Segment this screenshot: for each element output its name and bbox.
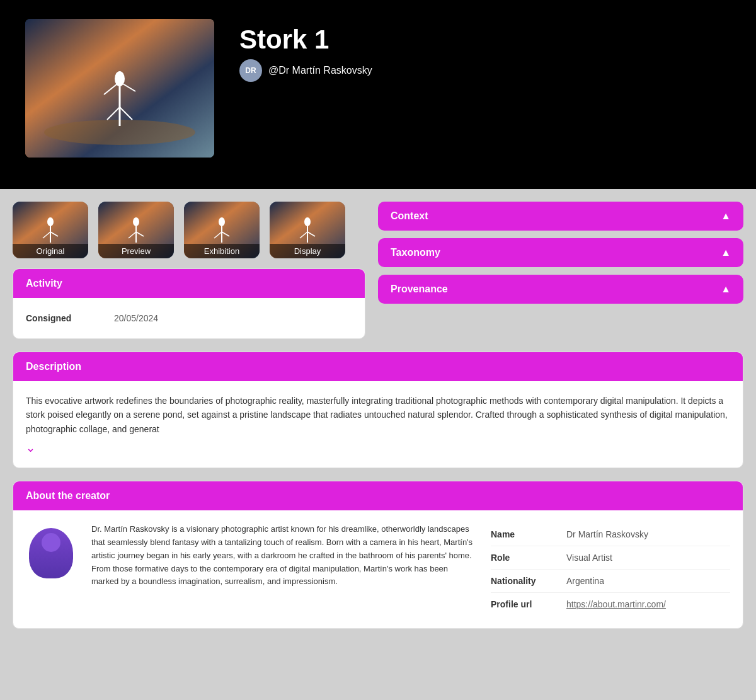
activity-header: Activity [13, 269, 365, 298]
creator-avatar-image [29, 528, 73, 578]
creator-panel: About the creator Dr. Martín Raskovsky i… [13, 481, 743, 629]
svg-point-25 [304, 217, 311, 226]
creator-avatar-container [26, 523, 76, 580]
two-col-section: Original Preview [13, 202, 743, 339]
detail-label-profile: Profile url [491, 599, 554, 609]
activity-content: Consigned 20/05/2024 [13, 298, 365, 338]
author-handle: @Dr Martín Raskovsky [268, 65, 372, 76]
thumbnail-original-label: Original [13, 244, 88, 258]
taxonomy-accordion-header[interactable]: Taxonomy ▲ [378, 238, 743, 267]
creator-detail-nationality: Nationality Argentina [491, 570, 730, 593]
description-header: Description [13, 352, 743, 381]
creator-detail-role: Role Visual Artist [491, 546, 730, 570]
artwork-title: Stork 1 [239, 25, 372, 54]
detail-value-profile[interactable]: https://about.martinr.com/ [566, 599, 666, 609]
provenance-title: Provenance [391, 284, 448, 295]
thumbnail-display-label: Display [270, 244, 345, 258]
main-content: Original Preview [0, 189, 756, 641]
right-column: Context ▲ Taxonomy ▲ Provenance ▲ [378, 202, 743, 339]
thumbnail-preview[interactable]: Preview [98, 202, 174, 258]
description-panel: Description This evocative artwork redef… [13, 352, 743, 468]
svg-point-20 [219, 217, 225, 226]
context-title: Context [391, 210, 428, 222]
thumbnail-exhibition-label: Exhibition [184, 244, 260, 258]
provenance-accordion-header[interactable]: Provenance ▲ [378, 275, 743, 304]
creator-detail-profile: Profile url https://about.martinr.com/ [491, 593, 730, 616]
detail-value-nationality: Argentina [566, 576, 604, 586]
taxonomy-chevron-icon: ▲ [721, 247, 731, 258]
author-row: DR @Dr Martín Raskovsky [239, 59, 372, 82]
context-accordion[interactable]: Context ▲ [378, 202, 743, 231]
artwork-main-image [25, 19, 214, 158]
author-avatar: DR [239, 59, 262, 82]
taxonomy-accordion[interactable]: Taxonomy ▲ [378, 238, 743, 267]
taxonomy-title: Taxonomy [391, 247, 440, 258]
description-text: This evocative artwork redefines the bou… [26, 394, 730, 436]
description-content: This evocative artwork redefines the bou… [13, 381, 743, 468]
thumbnail-row: Original Preview [13, 202, 365, 258]
creator-details: Name Dr Martín Raskovsky Role Visual Art… [491, 523, 730, 616]
detail-label-name: Name [491, 529, 554, 539]
page-header: Stork 1 DR @Dr Martín Raskovsky [0, 0, 756, 189]
left-column: Original Preview [13, 202, 365, 339]
context-chevron-icon: ▲ [721, 210, 731, 222]
creator-bio: Dr. Martín Raskovsky is a visionary phot… [91, 523, 476, 616]
creator-header: About the creator [13, 481, 743, 510]
creator-content: Dr. Martín Raskovsky is a visionary phot… [13, 510, 743, 628]
thumbnail-exhibition[interactable]: Exhibition [184, 202, 260, 258]
provenance-chevron-icon: ▲ [721, 284, 731, 295]
artwork-info: Stork 1 DR @Dr Martín Raskovsky [239, 19, 372, 82]
activity-label-consigned: Consigned [26, 313, 89, 323]
svg-point-15 [133, 217, 139, 226]
detail-label-nationality: Nationality [491, 576, 554, 586]
thumbnail-original[interactable]: Original [13, 202, 88, 258]
context-accordion-header[interactable]: Context ▲ [378, 202, 743, 231]
description-title: Description [26, 361, 81, 372]
thumbnail-display[interactable]: Display [270, 202, 345, 258]
activity-value-consigned: 20/05/2024 [114, 313, 158, 323]
activity-title: Activity [26, 278, 62, 289]
activity-row-consigned: Consigned 20/05/2024 [26, 308, 352, 328]
expand-description-button[interactable]: ⌄ [26, 441, 35, 455]
detail-value-name: Dr Martín Raskovsky [566, 529, 648, 539]
svg-point-10 [47, 217, 54, 226]
creator-title: About the creator [26, 490, 110, 501]
detail-value-role: Visual Artist [566, 553, 612, 563]
thumbnail-preview-label: Preview [98, 244, 174, 258]
provenance-accordion[interactable]: Provenance ▲ [378, 275, 743, 304]
activity-panel: Activity Consigned 20/05/2024 [13, 268, 365, 339]
creator-detail-name: Name Dr Martín Raskovsky [491, 523, 730, 546]
detail-label-role: Role [491, 553, 554, 563]
